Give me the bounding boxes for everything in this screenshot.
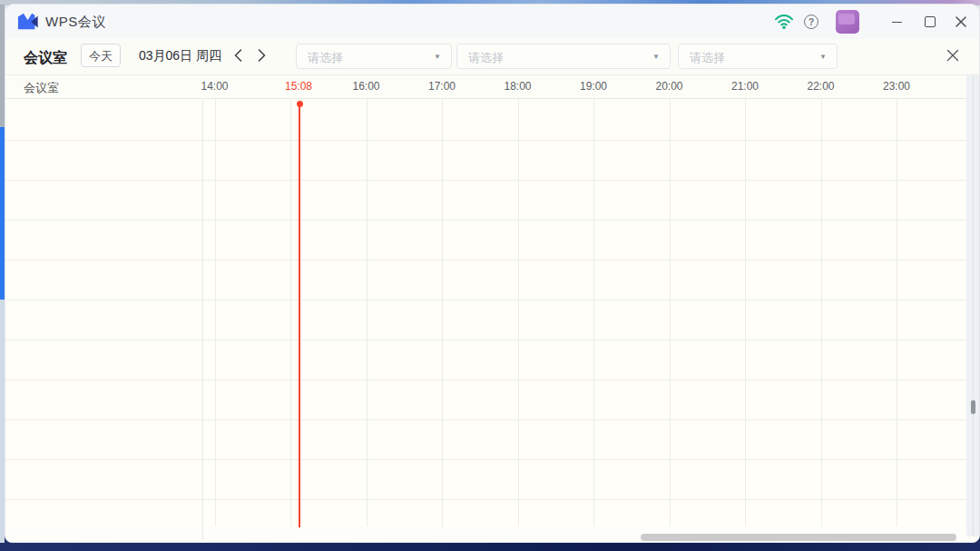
row-gridline (5, 220, 966, 221)
right-scroll-gutter (966, 75, 980, 536)
room-column-label: 会议室 (24, 80, 59, 96)
time-label: 16:00 (352, 80, 379, 93)
hour-gridline (518, 99, 519, 527)
gutter-line (973, 75, 974, 536)
caret-down-icon: ▼ (434, 53, 441, 61)
horizontal-scrollbar-thumb[interactable] (641, 534, 956, 541)
caret-down-icon: ▼ (652, 53, 660, 61)
time-label: 20:00 (655, 80, 682, 93)
current-time-dot (297, 101, 303, 107)
row-gridline (5, 459, 966, 460)
current-time-line (299, 103, 300, 527)
hour-gridline (367, 99, 368, 527)
minimize-button[interactable] (886, 11, 907, 33)
maximize-button[interactable] (919, 11, 941, 33)
time-label: 19:00 (580, 80, 607, 93)
next-day-button[interactable] (251, 44, 271, 66)
filter-select-2-placeholder: 请选择 (468, 50, 504, 66)
hour-gridline (593, 99, 594, 527)
user-avatar[interactable] (836, 10, 859, 34)
title-bar: WPS会议 ? (5, 5, 979, 39)
app-title: WPS会议 (45, 14, 106, 31)
hour-gridline (821, 99, 822, 527)
app-logo-icon (17, 11, 39, 33)
row-gridline (5, 379, 966, 380)
time-label: 23:00 (883, 80, 910, 93)
chevron-right-icon (258, 49, 266, 62)
avatar-image (838, 14, 855, 25)
close-icon (956, 16, 966, 27)
filter-select-2[interactable]: 请选择 ▼ (456, 44, 671, 69)
filter-select-1-placeholder: 请选择 (308, 50, 343, 66)
app-window: WPS会议 ? 会议室 今天 03月06日 周四 请选择 (5, 4, 980, 543)
hour-gridline (897, 99, 897, 527)
close-panel-button[interactable] (942, 44, 964, 66)
row-gridline (5, 419, 966, 420)
maximize-icon (925, 16, 936, 27)
filter-select-3[interactable]: 请选择 ▼ (678, 44, 838, 69)
minimize-icon (892, 22, 902, 23)
today-button[interactable]: 今天 (81, 44, 121, 67)
chevron-left-icon (234, 49, 242, 62)
hour-gridline (442, 99, 443, 527)
page-title: 会议室 (24, 49, 67, 68)
row-gridline (5, 180, 966, 181)
time-label: 14:00 (201, 80, 228, 93)
time-label: 18:00 (504, 80, 531, 93)
filter-toolbar: 会议室 今天 03月06日 周四 请选择 ▼ 请选择 ▼ 请选择 ▼ (5, 39, 979, 75)
time-label: 17:00 (428, 80, 456, 93)
horizontal-scrollbar[interactable] (5, 526, 966, 543)
close-button[interactable] (950, 11, 972, 33)
hour-gridline (670, 99, 671, 527)
wifi-icon[interactable] (774, 14, 794, 30)
row-gridline (5, 339, 966, 340)
current-time-label: 15:08 (285, 80, 312, 93)
row-gridline (5, 260, 966, 261)
timeline-header: 会议室 14:0016:0017:0018:0019:0020:0021:002… (5, 75, 979, 98)
close-icon (946, 49, 959, 62)
row-gridline (5, 300, 966, 300)
hour-gridline (290, 99, 291, 527)
date-label: 03月06日 周四 (139, 48, 221, 64)
time-label: 21:00 (731, 80, 759, 93)
hour-gridline (215, 99, 216, 527)
help-icon[interactable]: ? (804, 15, 818, 29)
row-gridline (5, 499, 966, 500)
row-gridline (5, 140, 966, 141)
time-label: 22:00 (807, 80, 834, 93)
filter-select-1[interactable]: 请选择 ▼ (296, 44, 452, 69)
vertical-scrollbar-thumb[interactable] (971, 400, 975, 414)
room-column-divider (202, 98, 203, 539)
prev-day-button[interactable] (228, 44, 248, 66)
filter-select-3-placeholder: 请选择 (690, 50, 725, 66)
hour-gridline (745, 99, 746, 527)
schedule-grid[interactable] (5, 98, 980, 528)
caret-down-icon: ▼ (819, 53, 827, 61)
